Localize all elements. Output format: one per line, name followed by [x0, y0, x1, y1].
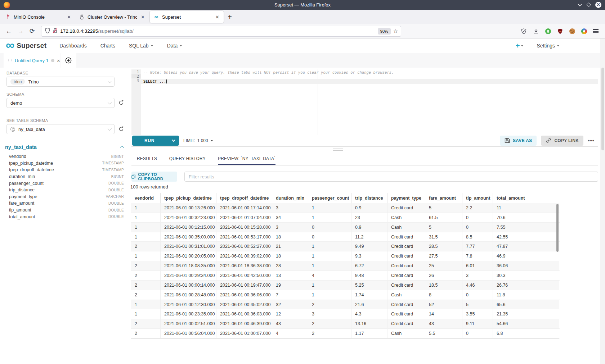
results-tab-bar: RESULTS QUERY HISTORY PREVIEW: `NY_TAXI_… — [131, 154, 598, 166]
url-host: 172.18.0.4:32295 — [60, 28, 98, 34]
tab-results[interactable]: RESULTS — [137, 156, 157, 164]
column-header[interactable]: tpep_pickup_datetime — [161, 193, 216, 203]
table-name: ny_taxi_data — [5, 144, 37, 150]
chevron-up-icon[interactable] — [120, 146, 124, 150]
pane-resize-handle[interactable] — [333, 149, 343, 152]
table-row: 2 2021-06-01 00:56:04.000 2021-06-01 01:… — [131, 329, 559, 338]
table-row: 2 2021-06-01 00:29:34.000 2021-06-01 00:… — [131, 271, 559, 281]
query-tab-title: Untitled Query 1 — [15, 58, 49, 63]
column-header[interactable]: duration_min — [272, 193, 308, 203]
column-header[interactable]: tpep_dropoff_datetime — [216, 193, 272, 203]
lock-insecure-icon[interactable] — [53, 28, 58, 35]
ublock-shield-icon[interactable]: uo — [557, 28, 563, 34]
schema-label: SCHEMA — [6, 92, 24, 96]
refresh-tables-icon[interactable] — [118, 126, 125, 132]
line-number: 1 — [131, 69, 141, 74]
browser-toolbar: ← → ⟳ 172.18.0.4:32295 /superset/sqllab/… — [0, 24, 605, 38]
shield-check-icon[interactable] — [521, 28, 527, 34]
database-label: DATABASE — [6, 71, 28, 75]
tab-close-icon[interactable]: ✕ — [215, 14, 220, 20]
table-scrollbar-thumb[interactable] — [556, 204, 559, 252]
copy-link-button[interactable]: COPY LINK — [541, 136, 583, 146]
column-header[interactable]: tip_amount — [462, 193, 493, 203]
column-name: tip_amount — [5, 208, 31, 213]
copy-to-clipboard-button[interactable]: COPY TO CLIPBOARD — [131, 172, 177, 182]
column-header[interactable]: passenger_count — [308, 193, 351, 203]
nav-dashboards[interactable]: Dashboards — [59, 43, 87, 49]
superset-logo[interactable]: ∞ Superset — [6, 42, 46, 50]
results-rows: 1 2021-06-01 00:13:26.000 2021-06-01 00:… — [131, 203, 559, 338]
table-select[interactable]: ny_taxi_data — [6, 124, 115, 134]
url-bar[interactable]: 172.18.0.4:32295 /superset/sqllab/ 90% ☆ — [41, 26, 401, 37]
column-header[interactable]: trip_distance — [351, 193, 387, 203]
refresh-schema-icon[interactable] — [118, 100, 125, 106]
zoom-level-badge[interactable]: 90% — [378, 28, 391, 35]
column-header[interactable]: vendorid — [131, 193, 161, 203]
page-scrollbar[interactable] — [600, 38, 605, 364]
window-minimize-icon[interactable] — [578, 4, 582, 6]
browser-tab-minio[interactable]: MinIO Console ✕ — [1, 10, 75, 24]
back-button[interactable]: ← — [6, 28, 12, 35]
more-options-button[interactable]: ••• — [588, 137, 595, 144]
table-row: 1 2021-06-01 00:12:15.000 2021-06-01 00:… — [131, 223, 559, 232]
cookie-extension-icon[interactable] — [569, 28, 575, 34]
run-options-chevron[interactable] — [167, 136, 179, 146]
sql-code-rest: ... — [157, 79, 166, 83]
tab-preview[interactable]: PREVIEW: `NY_TAXI_DATA` — [218, 156, 275, 165]
query-tab-untitled[interactable]: ⋮⋮ Untitled Query 1 × — [4, 53, 60, 68]
window-maximize-icon[interactable] — [586, 3, 591, 7]
tab-close-icon[interactable]: ✕ — [66, 14, 72, 20]
filter-results-input[interactable] — [184, 172, 598, 182]
menu-icon[interactable] — [593, 29, 599, 33]
limit-value: 1 000 — [197, 138, 208, 143]
forward-button[interactable]: → — [18, 28, 24, 35]
nav-data[interactable]: Data — [167, 43, 183, 49]
sql-empty-line — [141, 75, 598, 79]
chevron-down-icon — [151, 45, 153, 46]
table-row: 2 2021-06-01 18:08:35.000 2021-06-01 18:… — [131, 261, 559, 271]
page-scrollbar-thumb[interactable] — [601, 68, 604, 150]
column-name: payment_type — [5, 194, 37, 199]
colorful-extension-icon[interactable] — [581, 28, 587, 34]
superset-navbar: ∞ Superset Dashboards Charts SQL Lab Dat… — [0, 38, 605, 53]
new-tab-button[interactable]: + — [224, 10, 235, 24]
extension-green-icon[interactable] — [545, 28, 551, 34]
settings-menu[interactable]: Settings — [537, 43, 560, 49]
table-schema-header[interactable]: ny_taxi_data — [5, 144, 124, 150]
table-icon — [10, 127, 15, 132]
nav-charts[interactable]: Charts — [100, 43, 115, 49]
column-row: duration_min BIGINT — [5, 173, 124, 180]
column-type: DOUBLE — [108, 181, 124, 185]
nav-sql-lab[interactable]: SQL Lab — [129, 43, 153, 49]
column-header[interactable]: payment_type — [387, 193, 425, 203]
browser-tab-trino[interactable]: Cluster Overview - Trino ✕ — [75, 10, 149, 24]
url-path: /superset/sqllab/ — [98, 28, 133, 34]
chevron-down-icon — [557, 45, 560, 46]
database-select[interactable]: trino Trino — [6, 77, 115, 87]
shield-icon[interactable] — [45, 28, 50, 35]
column-name: total_amount — [5, 214, 35, 219]
download-icon[interactable] — [533, 28, 539, 34]
window-close-icon[interactable]: ✕ — [595, 2, 601, 8]
superset-infinity-icon: ∞ — [6, 41, 14, 49]
reload-button[interactable]: ⟳ — [30, 27, 35, 35]
save-as-button[interactable]: SAVE AS — [500, 136, 537, 146]
tab-close-icon[interactable]: ✕ — [140, 14, 145, 20]
limit-dropdown[interactable]: LIMIT: 1 000 — [183, 138, 213, 143]
table-row: 1 2021-06-01 00:32:23.000 2021-06-01 01:… — [131, 213, 559, 223]
chevron-down-icon — [521, 45, 524, 46]
column-header[interactable]: total_amount — [493, 193, 560, 203]
bookmark-star-icon[interactable]: ☆ — [393, 28, 398, 35]
column-header[interactable]: fare_amount — [425, 193, 462, 203]
query-tab-close-icon[interactable]: × — [57, 58, 60, 64]
add-query-tab-button[interactable] — [60, 53, 76, 68]
tab-query-history[interactable]: QUERY HISTORY — [169, 156, 206, 164]
browser-tab-title: Superset — [162, 14, 212, 20]
browser-tab-superset[interactable]: ∞ Superset ✕ — [150, 11, 224, 23]
drag-handle-icon[interactable]: ⋮⋮ — [6, 59, 12, 62]
run-button[interactable]: RUN — [132, 136, 179, 146]
sql-editor[interactable]: 123 -- Note: Unless you save your query,… — [131, 69, 598, 135]
new-item-button[interactable]: + — [516, 42, 524, 50]
line-number: 3 — [131, 78, 141, 83]
schema-select[interactable]: demo — [6, 98, 115, 108]
